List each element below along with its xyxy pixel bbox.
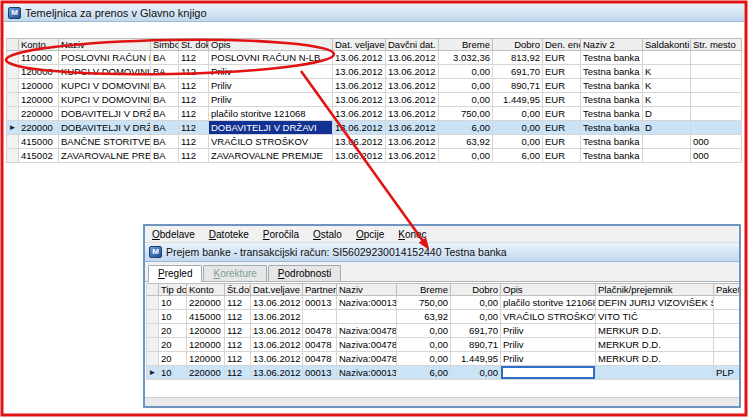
table-cell[interactable]: 00013	[303, 366, 337, 380]
table-cell[interactable]: 0,00	[439, 93, 493, 107]
table-cell[interactable]: BA	[151, 121, 179, 135]
table-cell[interactable]	[691, 79, 742, 93]
table-cell[interactable]: Priliv	[501, 338, 596, 352]
table-cell[interactable]: 6,00	[439, 121, 493, 135]
table-cell[interactable]: K	[643, 65, 691, 79]
table-cell[interactable]: 10	[159, 366, 187, 380]
table-cell[interactable]: 890,71	[493, 79, 543, 93]
table-cell[interactable]: BA	[151, 135, 179, 149]
table-cell[interactable]	[691, 121, 742, 135]
column-header-dat-veljave[interactable]: Dat.veljave	[251, 283, 303, 296]
table-cell[interactable]: KUPCI V DOMOVINI	[59, 65, 151, 79]
column-header-naziv-2[interactable]: Naziv 2	[581, 38, 643, 51]
table-cell[interactable]: 110000	[19, 51, 59, 65]
table-cell[interactable]: 120000	[187, 324, 225, 338]
column-header-naziv[interactable]: Naziv	[59, 38, 151, 51]
table-cell[interactable]: 112	[225, 352, 251, 366]
table-cell[interactable]: 415000	[187, 310, 225, 324]
table-cell[interactable]: EUR	[543, 107, 581, 121]
table-cell[interactable]: 13.06.2012	[251, 296, 303, 310]
table-row[interactable]: 120000KUPCI V DOMOVINIBA112Priliv13.06.2…	[6, 65, 742, 79]
column-header-dobro[interactable]: Dobro	[451, 283, 501, 296]
table-cell[interactable]: EUR	[543, 135, 581, 149]
table-cell[interactable]: 1.449,95	[493, 93, 543, 107]
table-cell[interactable]: 112	[179, 65, 209, 79]
table-cell[interactable]: 415000	[19, 135, 59, 149]
table-cell[interactable]: Naziva:00478	[337, 338, 397, 352]
table-cell[interactable]: 120000	[187, 338, 225, 352]
table-row[interactable]: ►220000DOBAVITELJI V DRŽAVIBA112DOBAVITE…	[6, 121, 742, 135]
table-cell[interactable]: 13.06.2012	[333, 93, 386, 107]
table-cell[interactable]: 112	[179, 149, 209, 163]
table-cell[interactable]: plačilo storitve 121068	[501, 296, 596, 310]
table-cell[interactable]	[501, 366, 596, 380]
table-row[interactable]: 1041500011213.06.201263,920,00VRAČILO ST…	[146, 310, 740, 324]
table-row[interactable]: 220000DOBAVITELJI V DRŽAVIBA112plačilo s…	[6, 107, 742, 121]
table-cell[interactable]: Testna banka	[581, 51, 643, 65]
table-cell[interactable]: 13.06.2012	[251, 366, 303, 380]
table-cell[interactable]: Priliv	[501, 352, 596, 366]
table-cell[interactable]: 0,00	[397, 324, 451, 338]
column-header-den-enota[interactable]: Den. enota	[543, 38, 581, 51]
table-cell[interactable]: 691,70	[493, 65, 543, 79]
table-cell[interactable]: 415002	[19, 149, 59, 163]
table-cell[interactable]: 10	[159, 310, 187, 324]
table-cell[interactable]: 112	[179, 79, 209, 93]
table-cell[interactable]: PLP	[714, 366, 740, 380]
column-header-str-mesto[interactable]: Str. mesto	[691, 38, 742, 51]
column-header-paket[interactable]: Paket	[714, 283, 740, 296]
table-cell[interactable]: Testna banka	[581, 79, 643, 93]
table-cell[interactable]: 112	[179, 51, 209, 65]
table-cell[interactable]: KUPCI V DOMOVINI	[59, 93, 151, 107]
table-cell[interactable]: POSLOVNI RAČUN N-LB	[209, 51, 333, 65]
table-cell[interactable]: BA	[151, 65, 179, 79]
table-cell[interactable]: 00478	[303, 324, 337, 338]
temeljnica-titlebar[interactable]: M Temeljnica za prenos v Glavno knjigo	[4, 4, 744, 22]
table-cell[interactable]: 13.06.2012	[333, 135, 386, 149]
table-cell[interactable]: VRAČILO STROŠKOV	[501, 310, 596, 324]
table-row[interactable]: ►1022000011213.06.201200013Naziva:000136…	[146, 366, 740, 380]
column-header-dat-veljave[interactable]: Dat. veljave	[333, 38, 386, 51]
table-cell[interactable]: BA	[151, 79, 179, 93]
column-header-opis[interactable]: Opis	[501, 283, 596, 296]
table-cell[interactable]: 120000	[187, 352, 225, 366]
table-cell[interactable]: VRAČILO STROŠKOV	[209, 135, 333, 149]
table-cell[interactable]	[643, 149, 691, 163]
menu-item-poro-ila[interactable]: Poročila	[256, 229, 306, 240]
table-cell[interactable]: 120000	[19, 93, 59, 107]
table-cell[interactable]: EUR	[543, 93, 581, 107]
table-cell[interactable]: 3.032,36	[439, 51, 493, 65]
column-header-t-dok[interactable]: Št.dok.	[225, 283, 251, 296]
table-cell[interactable]: D	[643, 121, 691, 135]
table-cell[interactable]	[643, 51, 691, 65]
table-cell[interactable]: BA	[151, 107, 179, 121]
menu-item-ostalo[interactable]: Ostalo	[306, 229, 349, 240]
table-cell[interactable]: 0,00	[451, 310, 501, 324]
table-cell[interactable]: 0,00	[439, 149, 493, 163]
table-cell[interactable]: 813,92	[493, 51, 543, 65]
table-cell[interactable]: 0,00	[493, 135, 543, 149]
table-cell[interactable]: DOBAVITELJI V DRŽAVI	[59, 121, 151, 135]
table-cell[interactable]: 0,00	[397, 338, 451, 352]
table-cell[interactable]	[691, 51, 742, 65]
table-cell[interactable]: 220000	[19, 121, 59, 135]
table-cell[interactable]: Testna banka	[581, 121, 643, 135]
table-row[interactable]: 415000BANČNE STORITVEBA112VRAČILO STROŠK…	[6, 135, 742, 149]
column-header-t-dok[interactable]: Št. dok.	[179, 38, 209, 51]
table-cell[interactable]: Priliv	[209, 65, 333, 79]
table-row[interactable]: 120000KUPCI V DOMOVINIBA112Priliv13.06.2…	[6, 79, 742, 93]
column-header-naziv[interactable]: Naziv	[337, 283, 397, 296]
table-cell[interactable]: 1.449,95	[451, 352, 501, 366]
table-cell[interactable]: Testna banka	[581, 135, 643, 149]
table-cell[interactable]: 13.06.2012	[386, 65, 439, 79]
table-cell[interactable]: K	[643, 79, 691, 93]
table-cell[interactable]: 0,00	[439, 79, 493, 93]
table-cell[interactable]: 112	[225, 310, 251, 324]
menu-item-opcije[interactable]: Opcije	[349, 229, 391, 240]
table-cell[interactable]: 13.06.2012	[386, 107, 439, 121]
table-cell[interactable]: 13.06.2012	[251, 352, 303, 366]
table-cell[interactable]	[714, 338, 740, 352]
table-cell[interactable]: 750,00	[439, 107, 493, 121]
table-cell[interactable]: 00013	[303, 296, 337, 310]
table-cell[interactable]: 220000	[187, 366, 225, 380]
